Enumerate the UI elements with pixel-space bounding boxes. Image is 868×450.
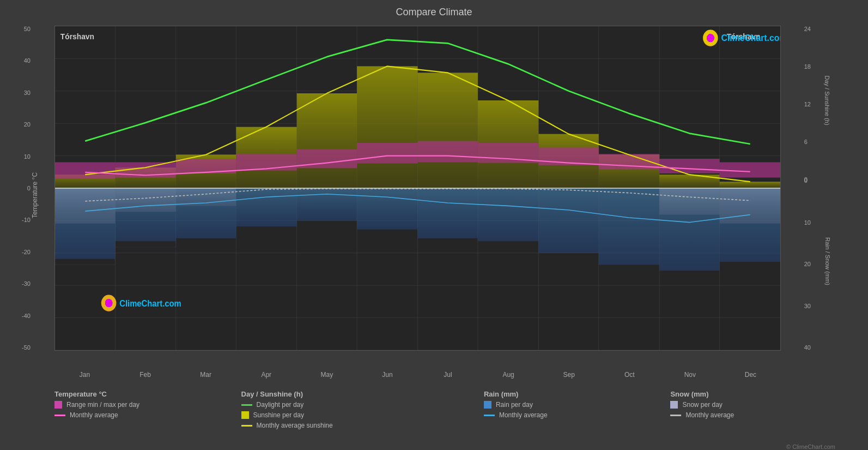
y-axis-right-rain: 0 10 20 30 40 [804,177,811,351]
legend-temp-range-box [54,401,62,409]
svg-text:ClimeChart.com: ClimeChart.com [721,32,780,43]
svg-rect-26 [297,188,357,220]
legend-temp-avg-label: Monthly average [70,411,118,419]
legend-snow-bar: Snow per day [670,401,857,409]
copyright-text: © ClimeChart.com [786,443,835,450]
month-mar: Mar [175,371,236,385]
right-axis-rain-label: Rain / Snow (mm) [824,237,831,285]
legend-temp-avg: Monthly average [54,411,241,419]
svg-rect-25 [236,188,296,226]
legend-snow-avg-line [670,415,681,416]
svg-rect-52 [720,182,780,188]
month-labels-row: Jan Feb Mar Apr May Jun Jul Aug Sep Oct … [54,371,781,385]
chart-plot: Tórshavn Tórshavn ClimeChart.com [54,26,781,351]
legend-snow-bar-label: Snow per day [682,401,722,409]
month-jan: Jan [54,371,115,385]
legend-rain-bar-label: Rain per day [496,401,533,409]
legend-sunshine-box [241,411,249,419]
month-dec: Dec [720,371,781,385]
svg-rect-37 [115,188,175,212]
legend-sunshine-avg-label: Monthly average sunshine [257,422,333,429]
y-axis-right-sunshine: 24 18 12 6 0 [804,26,811,183]
month-jul: Jul [417,371,478,385]
month-nov: Nov [660,371,720,385]
legend-temperature: Temperature °C Range min / max per day M… [54,390,241,450]
main-container: Compare Climate 50 40 30 20 10 0 -10 -20… [0,0,868,450]
chart-title: Compare Climate [0,0,868,20]
legend-sunshine-bar-label: Sunshine per day [253,411,304,419]
legend-rain-title: Rain (mm) [484,390,671,398]
legend-sunshine-avg-line [241,425,252,427]
legend-rain-bar: Rain per day [484,401,671,409]
legend-area: Temperature °C Range min / max per day M… [11,385,857,450]
legend-sunshine: Day / Sunshine (h) Daylight per day Suns… [241,390,484,450]
chart-svg: Tórshavn Tórshavn ClimeChart.com [55,26,780,350]
legend-rain-avg-line [484,415,495,416]
legend-rain-avg-label: Monthly average [499,411,548,419]
svg-rect-53 [55,162,115,178]
svg-rect-40 [720,188,780,224]
svg-rect-63 [659,159,719,173]
legend-snow-title: Snow (mm) [670,390,857,398]
legend-rain: Rain (mm) Rain per day Monthly average [484,390,671,450]
legend-daylight: Daylight per day [241,401,484,409]
svg-rect-59 [418,141,478,163]
legend-snow-box [670,401,678,409]
legend-sunshine-title: Day / Sunshine (h) [241,390,484,398]
svg-rect-46 [357,66,417,188]
y-axis-left-label: Temperature °C [31,172,39,218]
month-oct: Oct [599,371,660,385]
legend-temp-range-label: Range min / max per day [66,401,139,409]
legend-temperature-title: Temperature °C [54,390,241,398]
svg-point-69 [101,295,117,311]
svg-rect-31 [599,188,659,265]
legend-rain-avg: Monthly average [484,411,671,419]
legend-sunshine-bar: Sunshine per day [241,411,484,419]
month-may: May [296,371,357,385]
svg-rect-47 [418,73,478,188]
month-jun: Jun [357,371,417,385]
svg-rect-64 [720,162,780,177]
legend-snow: Snow (mm) Snow per day Monthly average ©… [670,390,857,450]
svg-rect-30 [538,188,598,253]
legend-snow-avg: Monthly average [670,411,857,419]
right-axis-sunshine-label: Day / Sunshine (h) [823,75,830,125]
svg-text:Tórshavn: Tórshavn [60,32,94,41]
y-axis-left: 50 40 30 20 10 0 -10 -20 -30 -40 -50 [22,26,31,351]
legend-rain-box [484,401,491,409]
svg-rect-27 [357,188,417,230]
legend-snow-avg-label: Monthly average [685,411,734,419]
month-sep: Sep [539,371,599,385]
month-aug: Aug [478,371,539,385]
svg-rect-36 [55,188,115,224]
legend-temp-avg-line [54,415,65,416]
legend-sunshine-avg: Monthly average sunshine [241,422,484,429]
svg-rect-58 [357,143,417,164]
svg-rect-28 [418,188,478,238]
svg-text:ClimeChart.com: ClimeChart.com [119,298,181,308]
svg-rect-29 [478,188,538,241]
legend-daylight-label: Daylight per day [257,401,304,409]
svg-point-71 [703,29,718,46]
svg-rect-39 [659,188,719,215]
legend-temp-range: Range min / max per day [54,401,241,409]
svg-rect-56 [236,154,296,170]
svg-rect-45 [297,93,357,188]
legend-daylight-line [241,404,252,406]
month-apr: Apr [236,371,296,385]
month-feb: Feb [115,371,175,385]
